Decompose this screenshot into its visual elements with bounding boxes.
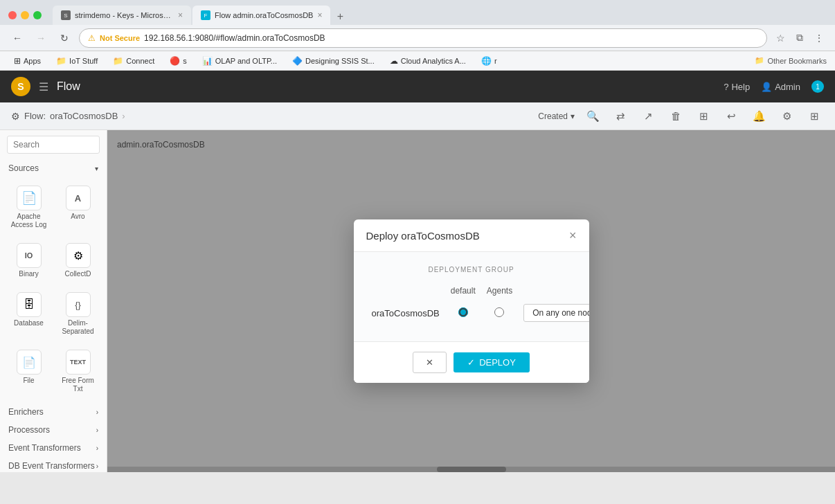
delim-icon: {}: [66, 292, 91, 317]
iot-bookmark-icon: 📁: [56, 56, 66, 66]
maximize-window-btn[interactable]: [33, 11, 42, 19]
sidebar-item-freeform[interactable]: TEXT Free FormTxt: [55, 344, 101, 399]
tab2-favicon: F: [201, 10, 210, 20]
address-bar[interactable]: ⚠ Not Secure 192.168.56.1:9080/#flow/adm…: [79, 28, 767, 48]
connect-bookmark-icon: 📁: [113, 56, 123, 66]
sidebar-item-binary[interactable]: IO Binary: [6, 237, 52, 284]
col-default-header: default: [445, 283, 481, 298]
tab1-title: strimdemo - Keys - Microsof...: [75, 11, 174, 19]
compare-toolbar-button[interactable]: ⇄: [611, 107, 630, 126]
app-header: S ☰ Flow ? Help 👤 Admin 1: [0, 71, 835, 102]
sources-grid: 📄 ApacheAccess Log A Avro IO Binary ⚙ Co…: [0, 177, 107, 402]
ssis-bookmark-label: Designing SSIS St...: [305, 57, 375, 65]
binary-icon: IO: [17, 243, 42, 268]
bookmark-r[interactable]: 🌐 r: [476, 55, 503, 67]
cancel-button[interactable]: ✕ ✕: [413, 352, 447, 373]
user-menu-button[interactable]: 👤 Admin: [761, 82, 800, 92]
other-bookmarks-icon: 📁: [755, 56, 764, 65]
sidebar: Sources ▾ 📄 ApacheAccess Log A Avro IO B…: [0, 130, 107, 472]
alert-toolbar-button[interactable]: 🔔: [749, 107, 769, 126]
sidebar-item-delim[interactable]: {} Delim-Separated: [55, 287, 101, 341]
dialog-close-button[interactable]: ×: [569, 229, 577, 242]
other-bookmarks[interactable]: 📁 Other Bookmarks: [755, 56, 827, 65]
sources-chevron-icon: ▾: [95, 165, 98, 172]
app-container: S ☰ Flow ? Help 👤 Admin 1 ⚙ Flow: oraToC…: [0, 71, 835, 472]
deploy-label: DEPLOY: [479, 357, 516, 368]
minimize-window-btn[interactable]: [21, 11, 29, 19]
col-node-header: [518, 283, 589, 298]
database-icon: 🗄: [17, 292, 42, 317]
browser-tab-2[interactable]: F Flow admin.oraToCosmosDB ×: [192, 6, 330, 25]
browser-tab-1[interactable]: S strimdemo - Keys - Microsof... ×: [53, 6, 191, 25]
sidebar-section-db-event-transformers[interactable]: DB Event Transformers ›: [0, 457, 107, 472]
iot-bookmark-label: IoT Stuff: [69, 57, 98, 65]
row-agents-radio-cell: [481, 298, 518, 327]
close-window-btn[interactable]: [8, 11, 17, 19]
default-radio-input[interactable]: [458, 307, 468, 317]
olap-bookmark-label: OLAP and OLTP...: [215, 57, 277, 65]
sidebar-section-event-transformers[interactable]: Event Transformers ›: [0, 439, 107, 457]
breadcrumb-separator: ›: [122, 111, 125, 121]
freeform-label: Free FormTxt: [62, 377, 94, 393]
sidebar-section-processors[interactable]: Processors ›: [0, 421, 107, 439]
search-toolbar-button[interactable]: 🔍: [583, 107, 602, 126]
sources-section-header[interactable]: Sources ▾: [0, 159, 107, 177]
refresh-button[interactable]: ↻: [55, 29, 73, 47]
other-bookmarks-label: Other Bookmarks: [767, 57, 827, 65]
agents-radio-input[interactable]: [494, 307, 504, 317]
bookmark-olap[interactable]: 📊 OLAP and OLTP...: [197, 55, 282, 67]
node-select-dropdown[interactable]: On any one node On all nodes: [523, 304, 589, 322]
collectd-label: CollectD: [65, 270, 91, 278]
apps-bookmark-icon: ⊞: [14, 56, 21, 66]
breadcrumb-flow-label: Flow:: [24, 111, 46, 121]
bookmark-cloud[interactable]: ☁ Cloud Analytics A...: [384, 55, 472, 67]
bookmark-star-button[interactable]: ☆: [773, 30, 788, 46]
bookmark-connect[interactable]: 📁 Connect: [107, 55, 160, 67]
created-dropdown[interactable]: Created ▾: [538, 111, 575, 121]
forward-button[interactable]: →: [32, 29, 50, 47]
sidebar-search-input[interactable]: [7, 136, 100, 154]
undo-toolbar-button[interactable]: ↩: [721, 107, 741, 126]
sidebar-item-collectd[interactable]: ⚙ CollectD: [55, 237, 101, 284]
new-tab-button[interactable]: +: [332, 8, 348, 25]
settings-toolbar-button[interactable]: ⚙: [777, 107, 796, 126]
sidebar-section-enrichers[interactable]: Enrichers ›: [0, 403, 107, 421]
sidebar-item-apache[interactable]: 📄 ApacheAccess Log: [6, 180, 52, 235]
help-button[interactable]: ? Help: [724, 82, 750, 92]
apps-toolbar-button[interactable]: ⊞: [805, 107, 824, 126]
sidebar-item-file[interactable]: 📄 File: [6, 344, 52, 399]
dialog-body: DEPLOYMENT GROUP default Agents: [354, 252, 589, 341]
grid-toolbar-button[interactable]: ⊞: [694, 107, 713, 126]
bookmark-apps[interactable]: ⊞ Apps: [8, 55, 46, 67]
dialog-footer: ✕ ✕ ✓ DEPLOY: [354, 341, 589, 383]
deploy-button[interactable]: ✓ DEPLOY: [454, 352, 530, 372]
address-url[interactable]: 192.168.56.1:9080/#flow/admin.oraToCosmo…: [144, 33, 325, 43]
deploy-table: default Agents oraToCosmosDB: [366, 283, 589, 327]
flow-toolbar-button[interactable]: ↗: [638, 107, 658, 126]
hamburger-menu-button[interactable]: ☰: [39, 80, 48, 93]
tab2-close[interactable]: ×: [317, 10, 322, 20]
sources-label: Sources: [8, 163, 39, 173]
database-label: Database: [14, 319, 44, 327]
browser-menu-button[interactable]: ⋮: [811, 30, 827, 46]
main-layout: Sources ▾ 📄 ApacheAccess Log A Avro IO B…: [0, 130, 835, 472]
extensions-button[interactable]: ⧉: [792, 30, 807, 46]
sidebar-item-database[interactable]: 🗄 Database: [6, 287, 52, 341]
app-logo: S: [11, 77, 30, 96]
sidebar-item-avro[interactable]: A Avro: [55, 180, 101, 235]
notification-badge[interactable]: 1: [811, 80, 824, 93]
cancel-icon: ✕: [426, 357, 433, 368]
window-controls[interactable]: [8, 11, 42, 19]
binary-label: Binary: [19, 270, 38, 278]
delete-toolbar-button[interactable]: 🗑: [666, 107, 685, 126]
apps-bookmark-label: Apps: [24, 57, 41, 65]
olap-bookmark-icon: 📊: [202, 56, 213, 66]
app-title: Flow: [57, 80, 724, 93]
bookmark-s[interactable]: 🔴 s: [164, 55, 192, 67]
bookmark-iot[interactable]: 📁 IoT Stuff: [51, 55, 103, 67]
bookmark-ssis[interactable]: 🔷 Designing SSIS St...: [287, 55, 380, 67]
tab1-close[interactable]: ×: [178, 10, 183, 20]
back-button[interactable]: ←: [8, 29, 26, 47]
content-area: admin.oraToCosmosDB Deploy oraToCosmosDB…: [107, 130, 835, 472]
badge-count: 1: [816, 83, 820, 91]
